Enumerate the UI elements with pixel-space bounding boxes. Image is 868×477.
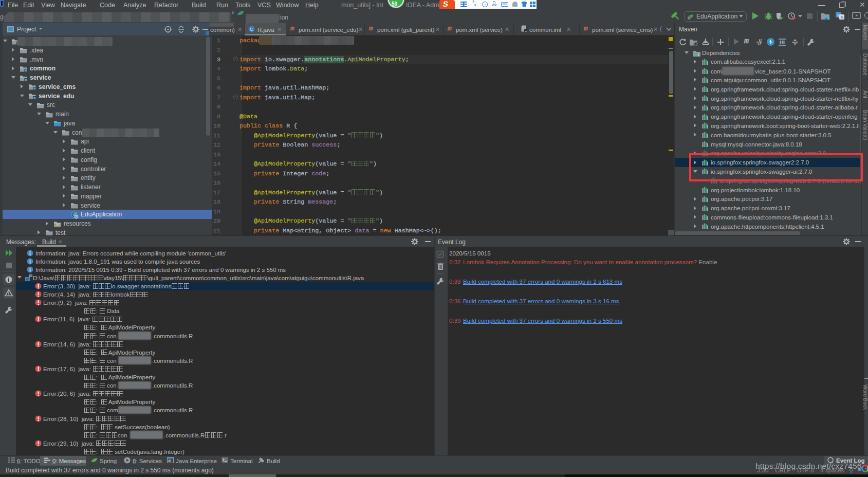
svg-text:C: C [250, 27, 253, 32]
svg-text:b: b [841, 15, 843, 20]
